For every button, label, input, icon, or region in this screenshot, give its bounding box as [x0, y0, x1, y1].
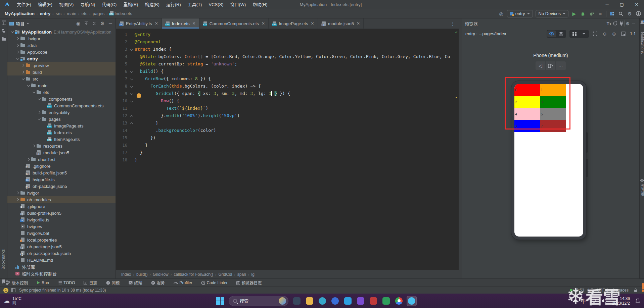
- tool-button-linter[interactable]: Code Linter: [201, 280, 228, 285]
- taskbar-app-reader-red[interactable]: [368, 296, 378, 306]
- fold-marker-icon[interactable]: [129, 119, 135, 127]
- hide-panel-icon[interactable]: ─: [107, 20, 113, 27]
- tree-item[interactable]: {;}build-profile.json5: [7, 169, 116, 176]
- tree-item[interactable]: pages: [7, 116, 116, 122]
- notification-count-badge[interactable]: 1: [3, 288, 8, 293]
- panel-settings-gear-icon[interactable]: ⚙: [99, 20, 105, 27]
- tree-item[interactable]: .idea: [7, 42, 116, 49]
- editor-tab[interactable]: TSEntryAbility.ts✕: [116, 18, 162, 29]
- code-line[interactable]: 4 @State bgColors: Color[] = [Color.Red,…: [116, 53, 454, 60]
- taskbar-app-vscode[interactable]: [343, 296, 353, 306]
- tree-closed-chevron-icon[interactable]: [37, 110, 42, 115]
- tree-open-chevron-icon[interactable]: [37, 97, 42, 101]
- menu-item[interactable]: 代码(C): [98, 2, 120, 7]
- fold-marker-icon[interactable]: [129, 46, 135, 53]
- close-button[interactable]: ✕: [629, 0, 644, 9]
- code-line[interactable]: 10 Row() {: [116, 97, 454, 105]
- tool-button-service[interactable]: 服务: [151, 280, 165, 286]
- fold-marker-icon[interactable]: [129, 112, 135, 119]
- taskbar-app-devtools-purple[interactable]: [356, 296, 366, 306]
- tab-close-icon[interactable]: ✕: [262, 21, 265, 26]
- code-line[interactable]: 7 GridRow({ columns: 8 }) {: [116, 75, 454, 83]
- taskbar-app-edge[interactable]: [317, 296, 327, 306]
- tool-button-branch[interactable]: 版本控制: [6, 280, 28, 286]
- volume-icon[interactable]: [601, 298, 607, 304]
- taskbar-clock[interactable]: 14:36 2023/12/2: [612, 296, 630, 306]
- font-size-icon[interactable]: Tт: [606, 20, 612, 27]
- status-memory[interactable]: 9:53: [577, 288, 584, 293]
- tree-item[interactable]: MyApplicationE:\HarmonyOS\MyApplication: [7, 29, 116, 35]
- tree-item[interactable]: ⊘.gitignore: [7, 163, 116, 169]
- code-line[interactable]: 12 }.width('100%').height('50vp'): [116, 112, 454, 119]
- code-line[interactable]: 18}: [116, 156, 454, 164]
- tab-close-icon[interactable]: ✕: [155, 21, 158, 26]
- tree-item[interactable]: TShvigorfile.ts: [7, 176, 116, 183]
- zoom-in-icon[interactable]: ⊕: [611, 31, 617, 37]
- tabs-overflow-menu-icon[interactable]: ⋮: [448, 18, 457, 29]
- tree-item[interactable]: ets: [7, 89, 116, 96]
- breadcrumb-item[interactable]: MyApplication: [4, 11, 35, 16]
- breadcrumb-item[interactable]: main: [66, 11, 77, 16]
- stop-button[interactable]: ■: [597, 11, 603, 17]
- code-line[interactable]: 14 .backgroundColor(color): [116, 127, 454, 134]
- tab-close-icon[interactable]: ✕: [357, 21, 360, 26]
- screen-target-icon[interactable]: ◎: [498, 11, 504, 17]
- code-breadcrumb-item[interactable]: lg: [251, 272, 255, 277]
- rotate-left-icon[interactable]: ◁: [536, 61, 546, 70]
- tool-button-todo[interactable]: TODO: [58, 280, 75, 285]
- tray-expand-icon[interactable]: [573, 299, 577, 303]
- expand-all-icon[interactable]: [83, 20, 89, 27]
- tree-closed-chevron-icon[interactable]: [21, 63, 26, 68]
- code-editor[interactable]: 1@Entry2@Component3struct Index {4 @Stat…: [116, 29, 459, 270]
- project-tool-icon[interactable]: [0, 18, 7, 27]
- taskbar-weather-widget[interactable]: ☁ 15°C 阴: [0, 297, 21, 305]
- code-breadcrumb-item[interactable]: GridCol: [218, 272, 233, 277]
- tree-item[interactable]: ETSCommonComponents.ets: [7, 102, 116, 109]
- tool-button-gauge[interactable]: Profiler: [174, 280, 192, 285]
- tree-item[interactable]: resources: [7, 143, 116, 149]
- taskbar-app-file-explorer[interactable]: [305, 296, 315, 306]
- project-panel-title[interactable]: 项目: [9, 20, 29, 27]
- code-breadcrumb-item[interactable]: GridRow: [152, 272, 169, 277]
- tree-closed-chevron-icon[interactable]: [15, 43, 20, 48]
- code-line[interactable]: 11 Text(`${index}`): [116, 105, 454, 112]
- status-message[interactable]: Sync project finished in 10 s 38 ms (tod…: [19, 288, 106, 293]
- tree-closed-chevron-icon[interactable]: [15, 36, 20, 41]
- tree-item[interactable]: {;}build-profile.json5: [7, 210, 116, 216]
- editor-tab[interactable]: ETSIndex.ets✕: [162, 18, 199, 29]
- tab-close-icon[interactable]: ✕: [192, 21, 196, 26]
- tree-closed-chevron-icon[interactable]: [15, 197, 20, 202]
- run-config-selector[interactable]: entry: [507, 10, 533, 17]
- menu-item[interactable]: 重构(R): [120, 2, 141, 7]
- tree-open-chevron-icon[interactable]: [21, 76, 26, 81]
- code-breadcrumb-item[interactable]: build(): [136, 272, 148, 277]
- tree-item[interactable]: components: [7, 96, 116, 102]
- tree-item[interactable]: TShvigorfile.ts: [7, 216, 116, 223]
- device-selector[interactable]: No Devices: [536, 10, 568, 17]
- tree-item[interactable]: src: [7, 75, 116, 82]
- menu-item[interactable]: 帮助(H): [249, 2, 271, 7]
- grid-view-selector[interactable]: [569, 30, 589, 38]
- tree-item[interactable]: ≡local.properties: [7, 237, 116, 243]
- bookmarks-tool-label[interactable]: Bookmarks: [1, 249, 6, 269]
- previewer-strip-eye-icon[interactable]: [640, 176, 644, 184]
- menu-item[interactable]: 运行(R): [163, 2, 184, 7]
- menu-item[interactable]: 构建(B): [141, 2, 163, 7]
- tree-item[interactable]: {;}module.json5: [7, 149, 116, 156]
- maximize-button[interactable]: ▢: [614, 0, 629, 9]
- refresh-icon[interactable]: [612, 20, 618, 27]
- tree-item[interactable]: ▸hvigorw: [7, 223, 116, 230]
- network-display-icon[interactable]: [591, 298, 597, 304]
- tree-closed-chevron-icon[interactable]: [15, 50, 20, 54]
- tree-item[interactable]: build: [7, 69, 116, 75]
- tree-item[interactable]: hvigor: [7, 190, 116, 196]
- code-line[interactable]: 15 }): [116, 134, 454, 142]
- notification-bell-icon[interactable]: [635, 298, 641, 304]
- code-line[interactable]: 1@Entry: [116, 31, 454, 38]
- breadcrumb-item[interactable]: entry: [39, 11, 51, 16]
- run-button[interactable]: ▶: [571, 11, 577, 17]
- inspection-ok-icon[interactable]: ✓: [455, 30, 458, 35]
- code-line[interactable]: 3struct Index {: [116, 46, 454, 53]
- search-everywhere-icon[interactable]: [618, 11, 624, 17]
- inspect-frame-icon[interactable]: [592, 31, 598, 37]
